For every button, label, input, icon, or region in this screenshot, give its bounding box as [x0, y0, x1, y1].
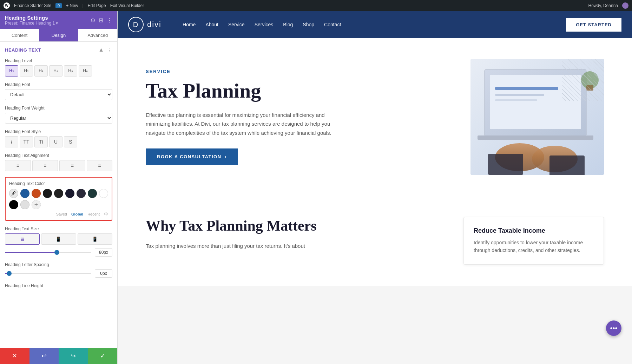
style-buttons: I TT Tt U S — [5, 136, 112, 147]
letter-spacing-slider-track[interactable] — [5, 273, 91, 274]
color-swatch-orange[interactable] — [32, 189, 41, 198]
align-justify-button[interactable]: ≡ — [87, 160, 113, 171]
global-tab[interactable]: Global — [71, 212, 83, 216]
h2-button[interactable]: H₂ — [20, 65, 33, 77]
svg-rect-6 — [478, 135, 593, 140]
color-swatch-black[interactable] — [9, 200, 18, 209]
all-caps-button[interactable]: TT — [20, 136, 33, 147]
size-value-input[interactable] — [95, 248, 112, 257]
nav-service[interactable]: Service — [228, 22, 245, 27]
add-color-button[interactable]: + — [32, 200, 41, 209]
undo-button[interactable]: ↩ — [29, 348, 59, 364]
strikethrough-button[interactable]: S — [64, 136, 77, 147]
mobile-button[interactable]: 📱 — [78, 233, 112, 245]
size-slider-thumb[interactable] — [54, 250, 59, 255]
panel-header: Heading Settings Preset: Finance Heading… — [0, 11, 117, 29]
align-center-button[interactable]: ≡ — [32, 160, 58, 171]
tab-advanced[interactable]: Advanced — [78, 29, 117, 41]
collapse-icon[interactable]: ▲ — [98, 47, 104, 53]
svg-rect-5 — [495, 99, 537, 101]
heading-font-label: Heading Font — [5, 82, 112, 87]
nav-shop[interactable]: Shop — [303, 22, 314, 27]
color-swatch-light[interactable] — [20, 200, 29, 209]
cancel-button[interactable]: ✕ — [0, 348, 29, 364]
section-title: Heading Text — [5, 47, 41, 53]
page-preview: D divi Home About Service Services Blog … — [118, 11, 632, 364]
color-swatch-dark4[interactable] — [77, 189, 86, 198]
heading-line-height-label: Heading Line Height — [5, 283, 112, 288]
nav-cta-button[interactable]: GET STARTED — [566, 18, 621, 32]
logo-text: divi — [147, 20, 162, 29]
tab-content[interactable]: Content — [0, 29, 39, 41]
nav-home[interactable]: Home — [183, 22, 196, 27]
section-header: Heading Text ▲ ⋮ — [5, 47, 112, 53]
title-case-button[interactable]: Tt — [34, 136, 48, 147]
save-button[interactable]: ✓ — [88, 348, 118, 364]
heading-text-alignment-label: Heading Text Alignment — [5, 153, 112, 158]
tab-design[interactable]: Design — [39, 29, 78, 41]
redo-button[interactable]: ↪ — [59, 348, 88, 364]
site-navigation: D divi Home About Service Services Blog … — [118, 11, 632, 38]
more-options-icon[interactable]: ⋮ — [107, 17, 112, 24]
nav-contact[interactable]: Contact — [324, 22, 341, 27]
h3-button[interactable]: H₃ — [34, 65, 48, 77]
color-swatch-teal[interactable] — [88, 189, 97, 198]
hero-description: Effective tax planning is essential for … — [146, 111, 335, 138]
new-button[interactable]: + New — [66, 3, 78, 8]
section-more-icon[interactable]: ⋮ — [107, 47, 112, 53]
size-slider-row — [5, 248, 112, 257]
h6-button[interactable]: H₆ — [79, 65, 92, 77]
nav-blog[interactable]: Blog — [283, 22, 293, 27]
heading-font-style-group: Heading Font Style I TT Tt U S — [5, 129, 112, 147]
letter-spacing-thumb[interactable] — [7, 271, 12, 276]
size-slider-track[interactable] — [5, 252, 91, 253]
color-picker-button[interactable]: 🖊 — [9, 189, 18, 198]
size-slider-fill — [5, 252, 57, 253]
expand-icon[interactable]: ⊞ — [99, 17, 103, 24]
wordpress-logo[interactable]: W — [4, 2, 10, 9]
letter-spacing-value-input[interactable] — [95, 269, 112, 278]
panel-icons: ⊙ ⊞ ⋮ — [91, 17, 112, 24]
nav-about[interactable]: About — [205, 22, 218, 27]
h4-button[interactable]: H₄ — [49, 65, 62, 77]
italic-button[interactable]: I — [5, 136, 18, 147]
align-left-button[interactable]: ≡ — [5, 160, 31, 171]
h5-button[interactable]: H₅ — [64, 65, 77, 77]
heading-line-height-group: Heading Line Height — [5, 283, 112, 288]
fab-icon: ••• — [610, 324, 617, 332]
desktop-button[interactable]: 🖥 — [5, 233, 40, 245]
color-swatch-blue[interactable] — [20, 189, 29, 198]
underline-button[interactable]: U — [49, 136, 62, 147]
color-swatch-dark1[interactable] — [43, 189, 52, 198]
color-swatch-dark2[interactable] — [54, 189, 63, 198]
image-pattern — [562, 59, 604, 101]
comment-count[interactable]: 0 — [55, 3, 62, 8]
color-settings-icon[interactable]: ⚙ — [104, 211, 108, 217]
hero-image-container — [470, 59, 604, 175]
exit-builder-button[interactable]: Exit Visual Builder — [110, 3, 144, 8]
tablet-button[interactable]: 📱 — [41, 233, 76, 245]
h1-button[interactable]: H₁ — [5, 65, 18, 77]
recent-tab[interactable]: Recent — [87, 212, 100, 216]
hero-image — [470, 59, 604, 175]
focus-icon[interactable]: ⊙ — [91, 17, 95, 24]
color-swatch-white[interactable] — [99, 189, 108, 198]
heading-letter-spacing-label: Heading Letter Spacing — [5, 262, 112, 267]
preset-selector[interactable]: Preset: Finance Heading 1 ▾ — [5, 21, 58, 26]
edit-page-button[interactable]: Edit Page — [88, 3, 106, 8]
site-name[interactable]: Finance Starter Site — [14, 3, 51, 8]
consultation-button[interactable]: BOOK A CONSULTATION › — [146, 148, 238, 165]
panel-body: Heading Text ▲ ⋮ Heading Level H₁ H₂ H₃ … — [0, 42, 117, 348]
card-text: Identify opportunities to lower your tax… — [474, 239, 594, 254]
cta-arrow: › — [225, 154, 227, 159]
color-swatch-dark3[interactable] — [65, 189, 74, 198]
card-title: Reduce Taxable Income — [474, 227, 594, 234]
heading-text-color-label: Heading Text Color — [9, 181, 108, 186]
svg-rect-9 — [488, 154, 523, 175]
saved-tab[interactable]: Saved — [56, 212, 67, 216]
heading-font-select[interactable]: Default — [5, 89, 112, 100]
align-right-button[interactable]: ≡ — [59, 160, 85, 171]
nav-services[interactable]: Services — [255, 22, 274, 27]
heading-font-weight-select[interactable]: Regular — [5, 113, 112, 124]
fab-button[interactable]: ••• — [606, 320, 621, 336]
